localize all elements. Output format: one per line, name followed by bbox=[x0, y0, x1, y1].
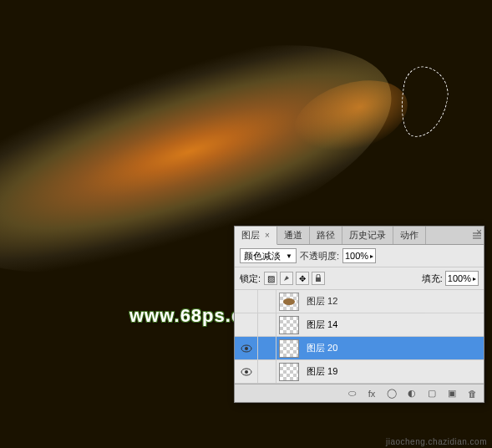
visibility-toggle[interactable] bbox=[235, 337, 258, 359]
opacity-value: 100% bbox=[345, 251, 368, 261]
lock-icons-group: ▨ ✥ bbox=[264, 272, 325, 285]
layer-mask-icon[interactable]: ◯ bbox=[385, 388, 398, 400]
eye-icon bbox=[241, 366, 252, 378]
opacity-chevron-icon[interactable]: ▸ bbox=[370, 252, 373, 260]
layer-thumbnail[interactable] bbox=[276, 313, 302, 336]
fill-chevron-icon[interactable]: ▸ bbox=[473, 275, 476, 283]
adjustment-layer-icon[interactable]: ◐ bbox=[405, 388, 418, 400]
layer-thumbnail[interactable] bbox=[276, 360, 302, 383]
svg-point-2 bbox=[245, 347, 248, 350]
new-layer-icon[interactable]: ▣ bbox=[445, 388, 459, 400]
link-layers-icon[interactable]: ⬭ bbox=[345, 388, 358, 400]
marquee-selection bbox=[395, 64, 453, 141]
lock-transparency-icon[interactable]: ▨ bbox=[264, 272, 277, 285]
link-col[interactable] bbox=[258, 360, 276, 383]
lock-row: 锁定: ▨ ✥ 填充: 100% ▸ bbox=[235, 267, 484, 290]
opacity-label: 不透明度: bbox=[300, 250, 339, 262]
blend-mode-value: 颜色减淡 bbox=[244, 250, 281, 262]
tab-label: 图层 bbox=[241, 230, 260, 240]
layer-name[interactable]: 图层 20 bbox=[302, 342, 337, 354]
chevron-down-icon: ▼ bbox=[286, 252, 292, 260]
fill-value: 100% bbox=[448, 273, 471, 283]
bottom-watermark: jiaocheng.chazidian.com bbox=[386, 437, 487, 446]
visibility-toggle[interactable] bbox=[235, 313, 258, 336]
layer-row-selected[interactable]: 图层 20 bbox=[235, 337, 484, 360]
link-col[interactable] bbox=[258, 290, 276, 313]
svg-point-4 bbox=[245, 370, 248, 374]
tab-paths[interactable]: 路径 bbox=[310, 227, 342, 244]
fill-label: 填充: bbox=[422, 272, 443, 285]
layer-row[interactable]: 图层 12 bbox=[235, 290, 484, 313]
visibility-toggle[interactable] bbox=[235, 290, 258, 313]
layer-thumbnail[interactable] bbox=[276, 290, 302, 313]
layer-name[interactable]: 图层 19 bbox=[302, 365, 337, 378]
blend-mode-dropdown[interactable]: 颜色减淡 ▼ bbox=[240, 248, 297, 263]
lock-position-icon[interactable]: ✥ bbox=[296, 272, 309, 285]
layer-row[interactable]: 图层 19 bbox=[235, 360, 484, 384]
layer-thumbnail[interactable] bbox=[276, 337, 302, 359]
trash-icon[interactable]: 🗑 bbox=[465, 388, 479, 400]
layer-list: 图层 12 图层 14 图层 20 bbox=[235, 290, 484, 384]
eye-icon bbox=[241, 343, 252, 354]
layer-row[interactable]: 图层 14 bbox=[235, 313, 484, 337]
link-col[interactable] bbox=[258, 313, 276, 336]
fill-input[interactable]: 100% ▸ bbox=[445, 271, 479, 286]
tab-close-icon[interactable]: × bbox=[262, 231, 270, 240]
fill-section: 填充: 100% ▸ bbox=[422, 271, 479, 286]
link-col[interactable] bbox=[258, 337, 276, 359]
tab-actions[interactable]: 动作 bbox=[393, 227, 426, 244]
visibility-toggle[interactable] bbox=[235, 360, 258, 383]
tab-channels[interactable]: 通道 bbox=[277, 227, 310, 244]
lock-pixels-icon[interactable] bbox=[280, 272, 293, 285]
layer-name[interactable]: 图层 12 bbox=[302, 295, 337, 308]
panel-footer: ⬭ fx ◯ ◐ ▢ ▣ 🗑 bbox=[235, 384, 484, 402]
opacity-input[interactable]: 100% ▸ bbox=[342, 248, 376, 263]
tab-history[interactable]: 历史记录 bbox=[342, 227, 393, 244]
new-folder-icon[interactable]: ▢ bbox=[425, 388, 439, 400]
layer-name[interactable]: 图层 14 bbox=[302, 318, 337, 331]
panel-tabs: 图层 × 通道 路径 历史记录 动作 bbox=[235, 227, 484, 245]
blend-mode-row: 颜色减淡 ▼ 不透明度: 100% ▸ bbox=[235, 245, 484, 267]
svg-rect-0 bbox=[316, 277, 321, 282]
layers-panel: × 图层 × 通道 路径 历史记录 动作 颜色减淡 ▼ 不透明度: 100% ▸… bbox=[234, 226, 484, 403]
layer-fx-icon[interactable]: fx bbox=[365, 388, 378, 400]
lock-label: 锁定: bbox=[240, 272, 261, 285]
lock-all-icon[interactable] bbox=[312, 272, 325, 285]
close-icon[interactable]: × bbox=[476, 227, 482, 238]
tab-layers[interactable]: 图层 × bbox=[235, 227, 277, 245]
